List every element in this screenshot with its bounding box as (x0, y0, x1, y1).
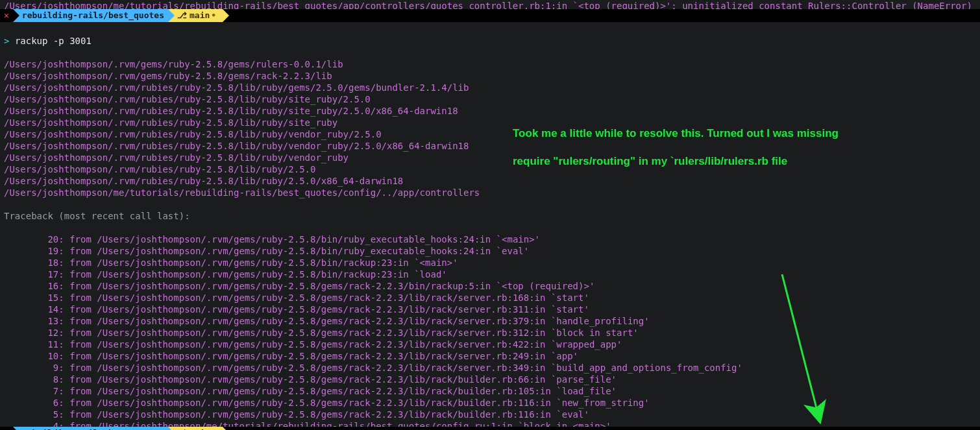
load-path-line: /Users/joshthompson/me/tutorials/rebuild… (4, 187, 976, 198)
traceback-line: 11: from /Users/joshthompson/.rvm/gems/r… (4, 339, 976, 350)
prompt-line: > rackup -p 3001 (4, 35, 976, 47)
traceback-line: 15: from /Users/joshthompson/.rvm/gems/r… (4, 292, 976, 304)
close-tab-button[interactable]: ✕ (0, 9, 13, 22)
traceback-line: 5: from /Users/joshthompson/.rvm/gems/ru… (4, 409, 976, 420)
shell-tab-bar: ✕ rebuilding-rails/best_quotes ⎇ main • (0, 9, 980, 22)
shell-tab-bar-bottom: ✕ rebuilding-rails/best_quotes ⎇main• (0, 427, 980, 430)
dirty-indicator-icon: • (211, 10, 216, 21)
load-path-line: /Users/joshthompson/.rvm/rubies/ruby-2.5… (4, 175, 976, 187)
traceback-header: Traceback (most recent call last): (4, 210, 976, 222)
traceback-line: 10: from /Users/joshthompson/.rvm/gems/r… (4, 350, 976, 362)
tab-path[interactable]: rebuilding-rails/best_quotes (13, 9, 168, 22)
load-path-line: /Users/joshthompson/.rvm/gems/ruby-2.5.8… (4, 70, 976, 82)
close-icon: ✕ (4, 10, 9, 21)
traceback-line: 7: from /Users/joshthompson/.rvm/gems/ru… (4, 385, 976, 397)
load-path-line: /Users/joshthompson/.rvm/rubies/ruby-2.5… (4, 82, 976, 93)
traceback-line: 19: from /Users/joshthompson/.rvm/gems/r… (4, 245, 976, 257)
traceback-line: 16: from /Users/joshthompson/.rvm/gems/r… (4, 280, 976, 292)
load-path-line: /Users/joshthompson/.rvm/gems/ruby-2.5.8… (4, 58, 976, 70)
terminal-output[interactable]: > rackup -p 3001 /Users/joshthompson/.rv… (0, 22, 980, 430)
load-path-line: /Users/joshthompson/.rvm/rubies/ruby-2.5… (4, 105, 976, 117)
traceback-line: 9: from /Users/joshthompson/.rvm/gems/ru… (4, 362, 976, 374)
traceback-line: 14: from /Users/joshthompson/.rvm/gems/r… (4, 304, 976, 315)
load-path-line: /Users/joshthompson/.rvm/rubies/ruby-2.5… (4, 93, 976, 105)
tab-git-branch[interactable]: ⎇ main • (168, 9, 223, 22)
annotation-text: Took me a little while to resolve this. … (513, 126, 839, 168)
traceback-line: 12: from /Users/joshthompson/.rvm/gems/r… (4, 327, 976, 339)
git-branch-icon: ⎇ (177, 10, 187, 21)
traceback-line: 17: from /Users/joshthompson/.rvm/gems/r… (4, 269, 976, 280)
traceback-line: 6: from /Users/joshthompson/.rvm/gems/ru… (4, 397, 976, 409)
traceback-line: 20: from /Users/joshthompson/.rvm/gems/r… (4, 233, 976, 245)
previous-error-line: /Users/joshthompson/me/tutorials/rebuild… (0, 0, 980, 9)
traceback-line: 13: from /Users/joshthompson/.rvm/gems/r… (4, 315, 976, 327)
traceback-line: 8: from /Users/joshthompson/.rvm/gems/ru… (4, 374, 976, 385)
traceback-line: 18: from /Users/joshthompson/.rvm/gems/r… (4, 257, 976, 269)
